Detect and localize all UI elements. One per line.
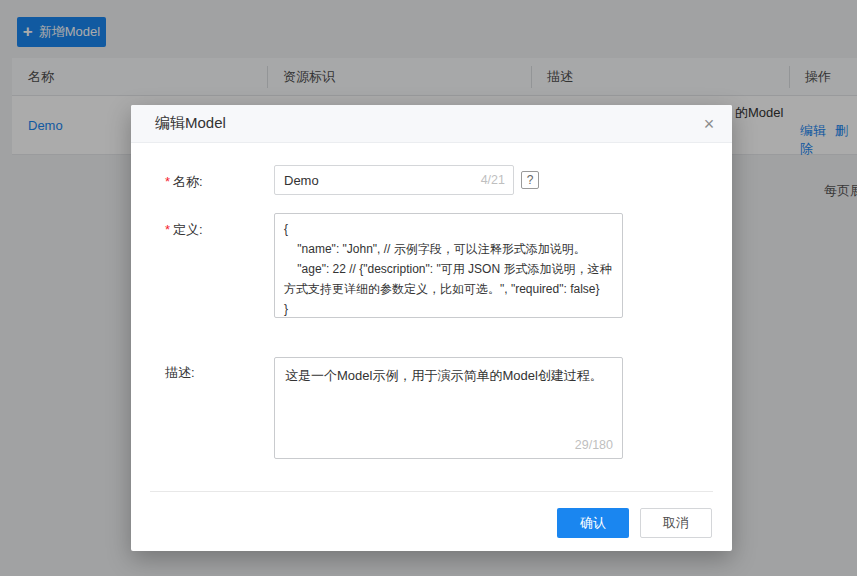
edit-model-dialog: 编辑Model × *名称: 4/21 ? *定义: { "name": "Jo…	[131, 105, 732, 551]
description-textarea-wrapper: 这是一个Model示例，用于演示简单的Model创建过程。 29/180	[274, 357, 623, 459]
definition-textarea[interactable]: { "name": "John", // 示例字段，可以注释形式添加说明。 "a…	[274, 213, 623, 318]
definition-field-label: *定义:	[165, 221, 203, 239]
cancel-button[interactable]: 取消	[640, 508, 712, 538]
required-mark: *	[165, 222, 170, 237]
name-field-label: *名称:	[165, 173, 203, 191]
close-icon[interactable]: ×	[698, 114, 720, 136]
description-field-label: 描述:	[165, 364, 195, 382]
confirm-button[interactable]: 确认	[557, 508, 629, 538]
required-mark: *	[165, 174, 170, 189]
footer-divider	[150, 491, 713, 492]
description-textarea[interactable]: 这是一个Model示例，用于演示简单的Model创建过程。	[274, 357, 623, 459]
dialog-header: 编辑Model	[131, 105, 732, 143]
name-input-wrapper: 4/21	[274, 165, 514, 195]
help-icon[interactable]: ?	[521, 171, 539, 189]
dialog-title: 编辑Model	[155, 114, 226, 133]
name-input[interactable]	[274, 165, 514, 195]
